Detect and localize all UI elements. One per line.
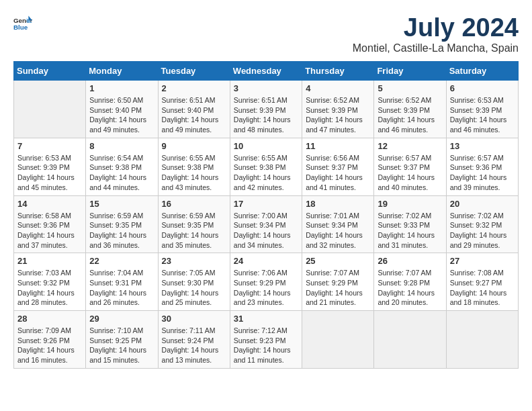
calendar-day-header: Wednesday bbox=[230, 62, 302, 81]
day-info: Sunrise: 6:57 AMSunset: 9:36 PMDaylight:… bbox=[450, 153, 515, 193]
calendar-cell: 22Sunrise: 7:04 AMSunset: 9:31 PMDayligh… bbox=[86, 253, 158, 311]
calendar-day-header: Friday bbox=[374, 62, 446, 81]
calendar-week-row: 28Sunrise: 7:09 AMSunset: 9:26 PMDayligh… bbox=[14, 311, 519, 369]
day-number: 29 bbox=[89, 314, 154, 324]
day-number: 12 bbox=[378, 141, 442, 151]
calendar-cell: 30Sunrise: 7:11 AMSunset: 9:24 PMDayligh… bbox=[158, 311, 230, 369]
calendar-header-row: SundayMondayTuesdayWednesdayThursdayFrid… bbox=[14, 62, 519, 81]
calendar-cell: 2Sunrise: 6:51 AMSunset: 9:40 PMDaylight… bbox=[158, 81, 230, 138]
calendar-day-header: Thursday bbox=[302, 62, 374, 81]
day-number: 31 bbox=[234, 314, 298, 324]
calendar-day-header: Sunday bbox=[14, 62, 86, 81]
calendar-day-header: Saturday bbox=[446, 62, 518, 81]
calendar-cell: 25Sunrise: 7:07 AMSunset: 9:29 PMDayligh… bbox=[302, 253, 374, 311]
calendar-cell bbox=[446, 311, 518, 369]
day-info: Sunrise: 7:09 AMSunset: 9:26 PMDaylight:… bbox=[17, 326, 82, 365]
day-number: 9 bbox=[162, 141, 226, 151]
calendar-cell: 8Sunrise: 6:54 AMSunset: 9:38 PMDaylight… bbox=[86, 138, 158, 195]
day-number: 6 bbox=[450, 83, 515, 93]
day-number: 3 bbox=[234, 83, 298, 93]
calendar-cell bbox=[374, 311, 446, 369]
day-info: Sunrise: 6:50 AMSunset: 9:40 PMDaylight:… bbox=[89, 95, 154, 135]
day-number: 5 bbox=[378, 83, 442, 93]
calendar-cell: 6Sunrise: 6:53 AMSunset: 9:39 PMDaylight… bbox=[446, 81, 518, 138]
calendar-cell: 9Sunrise: 6:55 AMSunset: 9:38 PMDaylight… bbox=[158, 138, 230, 195]
calendar-cell: 17Sunrise: 7:00 AMSunset: 9:34 PMDayligh… bbox=[230, 195, 302, 253]
day-number: 26 bbox=[378, 256, 442, 266]
day-number: 28 bbox=[17, 314, 82, 324]
day-info: Sunrise: 6:54 AMSunset: 9:38 PMDaylight:… bbox=[89, 153, 154, 193]
day-number: 2 bbox=[162, 83, 226, 93]
calendar-cell: 24Sunrise: 7:06 AMSunset: 9:29 PMDayligh… bbox=[230, 253, 302, 311]
day-info: Sunrise: 7:11 AMSunset: 9:24 PMDaylight:… bbox=[162, 326, 226, 365]
calendar-cell: 29Sunrise: 7:10 AMSunset: 9:25 PMDayligh… bbox=[86, 311, 158, 369]
day-number: 17 bbox=[234, 199, 298, 209]
calendar-table: SundayMondayTuesdayWednesdayThursdayFrid… bbox=[13, 61, 519, 369]
day-info: Sunrise: 6:57 AMSunset: 9:37 PMDaylight:… bbox=[378, 153, 442, 193]
day-info: Sunrise: 6:56 AMSunset: 9:37 PMDaylight:… bbox=[306, 153, 370, 193]
calendar-cell: 28Sunrise: 7:09 AMSunset: 9:26 PMDayligh… bbox=[14, 311, 86, 369]
day-number: 20 bbox=[450, 199, 515, 209]
calendar-cell: 4Sunrise: 6:52 AMSunset: 9:39 PMDaylight… bbox=[302, 81, 374, 138]
calendar-cell: 23Sunrise: 7:05 AMSunset: 9:30 PMDayligh… bbox=[158, 253, 230, 311]
calendar-cell: 1Sunrise: 6:50 AMSunset: 9:40 PMDaylight… bbox=[86, 81, 158, 138]
day-number: 23 bbox=[162, 256, 226, 266]
day-number: 24 bbox=[234, 256, 298, 266]
calendar-cell: 18Sunrise: 7:01 AMSunset: 9:34 PMDayligh… bbox=[302, 195, 374, 253]
calendar-week-row: 14Sunrise: 6:58 AMSunset: 9:36 PMDayligh… bbox=[14, 195, 519, 253]
calendar-cell: 12Sunrise: 6:57 AMSunset: 9:37 PMDayligh… bbox=[374, 138, 446, 195]
day-info: Sunrise: 7:12 AMSunset: 9:23 PMDaylight:… bbox=[234, 326, 298, 365]
calendar-week-row: 7Sunrise: 6:53 AMSunset: 9:39 PMDaylight… bbox=[14, 138, 519, 195]
day-number: 15 bbox=[89, 199, 154, 209]
logo-icon: General Blue bbox=[13, 13, 32, 32]
day-info: Sunrise: 7:03 AMSunset: 9:32 PMDaylight:… bbox=[17, 268, 82, 308]
day-info: Sunrise: 7:05 AMSunset: 9:30 PMDaylight:… bbox=[162, 268, 226, 308]
day-info: Sunrise: 6:52 AMSunset: 9:39 PMDaylight:… bbox=[378, 95, 442, 135]
calendar-cell: 5Sunrise: 6:52 AMSunset: 9:39 PMDaylight… bbox=[374, 81, 446, 138]
day-info: Sunrise: 6:55 AMSunset: 9:38 PMDaylight:… bbox=[162, 153, 226, 193]
day-info: Sunrise: 6:53 AMSunset: 9:39 PMDaylight:… bbox=[17, 153, 82, 193]
day-number: 22 bbox=[89, 256, 154, 266]
day-info: Sunrise: 6:59 AMSunset: 9:35 PMDaylight:… bbox=[89, 211, 154, 250]
day-info: Sunrise: 7:04 AMSunset: 9:31 PMDaylight:… bbox=[89, 268, 154, 308]
calendar-week-row: 21Sunrise: 7:03 AMSunset: 9:32 PMDayligh… bbox=[14, 253, 519, 311]
day-info: Sunrise: 7:02 AMSunset: 9:33 PMDaylight:… bbox=[378, 211, 442, 250]
day-number: 16 bbox=[162, 199, 226, 209]
page-header: General Blue July 2024 Montiel, Castille… bbox=[13, 13, 519, 54]
month-year-title: July 2024 bbox=[353, 13, 519, 42]
day-number: 18 bbox=[306, 199, 370, 209]
calendar-cell: 31Sunrise: 7:12 AMSunset: 9:23 PMDayligh… bbox=[230, 311, 302, 369]
calendar-cell: 15Sunrise: 6:59 AMSunset: 9:35 PMDayligh… bbox=[86, 195, 158, 253]
day-number: 10 bbox=[234, 141, 298, 151]
day-info: Sunrise: 6:59 AMSunset: 9:35 PMDaylight:… bbox=[162, 211, 226, 250]
day-number: 14 bbox=[17, 199, 82, 209]
calendar-cell: 10Sunrise: 6:55 AMSunset: 9:38 PMDayligh… bbox=[230, 138, 302, 195]
calendar-cell bbox=[14, 81, 86, 138]
day-info: Sunrise: 6:51 AMSunset: 9:40 PMDaylight:… bbox=[162, 95, 226, 135]
calendar-cell: 26Sunrise: 7:07 AMSunset: 9:28 PMDayligh… bbox=[374, 253, 446, 311]
calendar-cell: 13Sunrise: 6:57 AMSunset: 9:36 PMDayligh… bbox=[446, 138, 518, 195]
day-info: Sunrise: 7:06 AMSunset: 9:29 PMDaylight:… bbox=[234, 268, 298, 308]
calendar-cell: 7Sunrise: 6:53 AMSunset: 9:39 PMDaylight… bbox=[14, 138, 86, 195]
day-info: Sunrise: 6:53 AMSunset: 9:39 PMDaylight:… bbox=[450, 95, 515, 135]
day-info: Sunrise: 6:52 AMSunset: 9:39 PMDaylight:… bbox=[306, 95, 370, 135]
day-info: Sunrise: 7:07 AMSunset: 9:28 PMDaylight:… bbox=[378, 268, 442, 308]
day-info: Sunrise: 6:55 AMSunset: 9:38 PMDaylight:… bbox=[234, 153, 298, 193]
day-number: 1 bbox=[89, 83, 154, 93]
calendar-cell: 20Sunrise: 7:02 AMSunset: 9:32 PMDayligh… bbox=[446, 195, 518, 253]
day-number: 30 bbox=[162, 314, 226, 324]
day-info: Sunrise: 7:01 AMSunset: 9:34 PMDaylight:… bbox=[306, 211, 370, 250]
calendar-cell: 14Sunrise: 6:58 AMSunset: 9:36 PMDayligh… bbox=[14, 195, 86, 253]
calendar-day-header: Monday bbox=[86, 62, 158, 81]
calendar-cell: 3Sunrise: 6:51 AMSunset: 9:39 PMDaylight… bbox=[230, 81, 302, 138]
day-number: 19 bbox=[378, 199, 442, 209]
calendar-cell bbox=[302, 311, 374, 369]
day-number: 11 bbox=[306, 141, 370, 151]
calendar-week-row: 1Sunrise: 6:50 AMSunset: 9:40 PMDaylight… bbox=[14, 81, 519, 138]
day-info: Sunrise: 6:51 AMSunset: 9:39 PMDaylight:… bbox=[234, 95, 298, 135]
calendar-cell: 27Sunrise: 7:08 AMSunset: 9:27 PMDayligh… bbox=[446, 253, 518, 311]
day-number: 13 bbox=[450, 141, 515, 151]
svg-text:Blue: Blue bbox=[13, 24, 28, 31]
day-number: 21 bbox=[17, 256, 82, 266]
logo: General Blue bbox=[13, 13, 32, 32]
